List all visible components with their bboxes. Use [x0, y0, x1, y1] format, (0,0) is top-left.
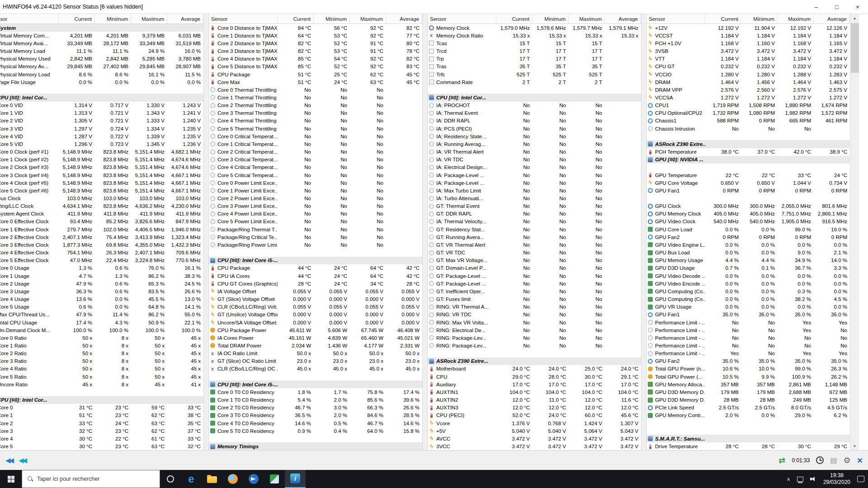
sensor-row[interactable]: Core 4 Power Limit Exce...NoNoNo: [209, 210, 422, 218]
sensor-row[interactable]: IA: Residency State...NoNoNo: [428, 132, 641, 140]
sensor-row[interactable]: CPU11,719 RPM1,508 RPM1,880 RPM1,674 RPM: [646, 102, 850, 109]
panel-splitter[interactable]: [203, 14, 209, 450]
sensor-row[interactable]: Core 1 Usage4.7 %1.3 %86.2 %38.3 %: [0, 272, 203, 280]
start-button[interactable]: [0, 470, 22, 488]
sensor-row[interactable]: Total GPU Power (n...10.6 %10.0 %99.0 %2…: [646, 365, 850, 373]
sensor-row[interactable]: Core 2 Critical Temperat...NoNoNo: [209, 148, 422, 156]
scroll-up-arrow-icon[interactable]: ▲: [850, 14, 859, 22]
sensor-row[interactable]: GT: Residency Stat...NoNoNo: [428, 225, 641, 233]
sensor-row[interactable]: IA: Max Turbo LimitNoNoNo: [428, 187, 641, 194]
taskbar-explorer-button[interactable]: [202, 470, 222, 488]
sensor-row[interactable]: GPU Video Clock540.0 MHz540.0 MHz1,905.0…: [646, 218, 850, 225]
sensor-row[interactable]: Core 2 Power Limit Exce...NoNoNo: [209, 194, 422, 202]
sensor-row[interactable]: RING: Package-Lev...NoNoNo: [428, 334, 641, 342]
sensor-row[interactable]: Performance Limit - ...YesNoYesYes: [646, 350, 850, 357]
sensor-row[interactable]: Core 4 Clock (perf #5)5,148.9 MHz823.8 M…: [0, 179, 203, 187]
sensor-row[interactable]: Core 0 Effective Clock93.4 MHz85.2 MHz3,…: [0, 218, 203, 225]
sensor-row[interactable]: IA: Package-Level ...NoNoNo: [428, 171, 641, 179]
column-header-sensor[interactable]: Sensor: [209, 14, 278, 23]
sensor-row[interactable]: Chassis IntrusionNoNoNo: [646, 125, 850, 132]
column-header-average[interactable]: Average: [814, 14, 850, 23]
sensor-row[interactable]: CPU (PECI)52.0 °C24.0 °C60.0 °C45.6 °C: [428, 412, 641, 419]
sensor-row[interactable]: Core 5 Thermal ThrottlingNoNoNo: [209, 125, 422, 132]
sensor-row[interactable]: Core 1 Thermal ThrottlingNoNoNo: [209, 94, 422, 101]
taskbar-clock[interactable]: 19:38 29/03/2020: [823, 472, 850, 486]
sensor-row[interactable]: AUXTIN312.0 °C12.0 °C12.0 °C12.0 °C: [428, 404, 641, 412]
column-header-maximum[interactable]: Maximum: [131, 14, 167, 23]
sensor-row[interactable]: CPU GT0.232 V0.232 V0.232 V0.232 V: [646, 63, 850, 70]
sensor-row[interactable]: Core 4 Ratio50 x8 x50 x45 x: [0, 365, 203, 373]
sensor-row[interactable]: Trcd17 T17 T17 T: [428, 47, 641, 55]
section-row[interactable]: ASRock Z390 Extre...: [646, 140, 850, 148]
sensor-row[interactable]: PCH Temperature38.0 °C37.0 °C42.0 °C38.9…: [646, 148, 850, 156]
sensor-row[interactable]: Core 1 Power Limit Exce...NoNoNo: [209, 187, 422, 194]
sensor-row[interactable]: RING: Max VR Volta...NoNoNo: [428, 319, 641, 326]
sensor-row[interactable]: Core 3 VID1.297 V0.724 V1.334 V1.235 V: [0, 125, 203, 132]
sensor-row[interactable]: GT (Slice) OC Ratio Limit23.0 x23.0 x23.…: [209, 357, 422, 365]
column-header-average[interactable]: Average: [605, 14, 641, 23]
sensor-row[interactable]: Core 3 T0 C0 Residency36.5 %2.0 %84.6 %2…: [209, 412, 422, 419]
sensor-row[interactable]: GPU Core Load0.0 %0.0 %99.0 %19.0 %: [646, 225, 850, 233]
section-row[interactable]: CPU [#0]: Intel Cor...: [0, 396, 203, 404]
sensor-row[interactable]: Core 031 °C23 °C59 °C33 °C: [0, 404, 203, 412]
sensor-row[interactable]: GPU Video Encode ...0.0 %0.0 %0.0 %0.0 %: [646, 280, 850, 287]
sensor-row[interactable]: Performance Limit - ...NoNoYesYes: [646, 319, 850, 326]
taskbar-thunderbird-button[interactable]: [243, 470, 264, 488]
sensor-row[interactable]: GT (Slice) Voltage Offset0.000 V0.000 V0…: [209, 295, 422, 303]
sensor-row[interactable]: VTT1.184 V1.184 V1.184 V1.184 V: [646, 55, 850, 63]
sensor-row[interactable]: Memory Clock1,579.0 MHz1,578.6 MHz1,579.…: [428, 24, 641, 32]
sensor-row[interactable]: GPU Fan10 RPM0 RPM0 RPM0 RPM: [646, 187, 850, 194]
sensor-row[interactable]: CPU29.0 °C28.0 °C30.0 °C29.1 °C: [428, 373, 641, 380]
sensor-row[interactable]: RING: VR TDCNoNoNo: [428, 311, 641, 319]
sensor-row[interactable]: IA: Turbo Attenuati...NoNoNo: [428, 194, 641, 202]
maximize-button[interactable]: □: [826, 0, 847, 14]
sensor-row[interactable]: Uncore/SA Voltage Offset0.000 V0.000 V0.…: [209, 319, 422, 326]
sensor-row[interactable]: GPU Memory Alloca...357 MB357 MB2,861 MB…: [646, 380, 850, 388]
sensor-row[interactable]: GT: Thermal EventNoNoNo: [428, 202, 641, 210]
sensor-row[interactable]: GT: Package-Level ...NoNoNo: [428, 272, 641, 280]
scrollbar-track[interactable]: [850, 22, 859, 442]
panel-splitter[interactable]: [422, 14, 428, 450]
sensor-row[interactable]: Core 0 Usage1.3 %0.6 %76.0 %16.1 %: [0, 264, 203, 272]
sensor-row[interactable]: GPU Memory Clock405.0 MHz405.0 MHz7,751.…: [646, 210, 850, 218]
sensor-row[interactable]: Page File Usage0.0 %0.0 %0.0 %0.0 %: [0, 78, 203, 86]
sensor-row[interactable]: GT: DDR RAPLNoNoNo: [428, 210, 641, 218]
sensor-row[interactable]: CLR (CBo/LLC/Ring) OC ...45.0 x45.0 x45.…: [209, 365, 422, 373]
sensor-row[interactable]: Physical Memory Av...29,845 MB27,402 MB2…: [0, 63, 203, 70]
sensor-row[interactable]: Command Rate2 T2 T2 T: [428, 78, 641, 86]
sensor-row[interactable]: RING: Electrical De...NoNoNo: [428, 326, 641, 334]
sensor-row[interactable]: PCH +1.0V1.168 V1.160 V1.168 V1.165 V: [646, 39, 850, 47]
sensor-row[interactable]: Core 2 VID1.305 V0.721 V1.333 V1.240 V: [0, 117, 203, 125]
sensor-row[interactable]: IA Voltage Offset0.055 V0.055 V0.055 V0.…: [209, 287, 422, 295]
history-back-icon[interactable]: ◀◀: [5, 456, 12, 465]
sensor-row[interactable]: IA: Thermal Velocity...NoNoNo: [428, 218, 641, 225]
sensor-row[interactable]: Virtual Memory Com...4,201 MB4,201 MB9,3…: [0, 32, 203, 39]
sensor-row[interactable]: GPU Bus Load0.0 %0.0 %9.0 %2.1 %: [646, 249, 850, 257]
column-header-maximum[interactable]: Maximum: [350, 14, 386, 23]
sensor-row[interactable]: Memory Clock Ratio15.33 x15.33 x15.33 x1…: [428, 32, 641, 39]
sensor-row[interactable]: RING: VR Thermal A...NoNoNo: [428, 303, 641, 311]
column-header-current[interactable]: Current: [278, 14, 314, 23]
sensor-row[interactable]: GPU Video Engine L...0.0 %0.0 %0.0 %0.0 …: [646, 241, 850, 249]
sensor-row[interactable]: Uncore Ratio45 x8 x45 x41 x: [0, 380, 203, 388]
sensor-row[interactable]: Core 3 Usage36.3 %0.6 %83.5 %26.6 %: [0, 287, 203, 295]
sensor-row[interactable]: Core 5 Effective Clock47.0 MHz22.4 MHz3,…: [0, 257, 203, 264]
sensor-row[interactable]: GT: VR TDCNoNoNo: [428, 249, 641, 257]
sensor-row[interactable]: Core 5 Power Limit Exce...NoNoNo: [209, 218, 422, 225]
sensor-row[interactable]: GPU Computing (Co...0.0 %0.0 %0.3 %0.0 %: [646, 287, 850, 295]
history-back2-icon[interactable]: ◀◀: [19, 456, 25, 465]
sensor-row[interactable]: Physical Memory Load8.6 %8.6 %16.1 %11.5…: [0, 70, 203, 78]
scrollbar-thumb[interactable]: [851, 23, 859, 73]
section-row[interactable]: System: [0, 24, 203, 32]
sensor-row[interactable]: DRAM1.464 V1.456 V1.464 V1.463 V: [646, 78, 850, 86]
sensor-row[interactable]: PCIe Link Speed2.5 GT/s2.5 GT/s8.0 GT/s4…: [646, 404, 850, 412]
sensor-row[interactable]: GT: Package-Level ...NoNoNo: [428, 280, 641, 287]
taskbar-app-button[interactable]: [264, 470, 285, 488]
sensor-row[interactable]: Vcore1.376 V0.768 V1.424 V1.307 V: [428, 419, 641, 427]
column-header-sensor[interactable]: Sensor: [428, 14, 496, 23]
sensor-row[interactable]: GPU Memory Contr...2.0 %0.0 %29.0 %6.2 %: [646, 412, 850, 419]
sensor-row[interactable]: Core 0 Thermal ThrottlingNoNoNo: [209, 86, 422, 94]
sensor-row[interactable]: DRAM VPP2.576 V2.560 V2.576 V2.575 V: [646, 86, 850, 94]
reorder-sensors-icon[interactable]: ⇄: [778, 455, 785, 465]
column-header-average[interactable]: Average: [386, 14, 422, 23]
